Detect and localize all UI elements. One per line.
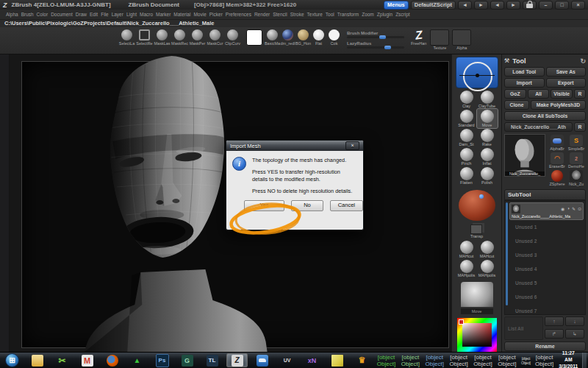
subtool-nav-button--[interactable]: ↱ [545,329,564,339]
subtool-slot-unused-4[interactable]: Unused 4 [509,262,584,276]
brush-claytube[interactable]: ClayTube [477,90,498,109]
taskbar-app-start[interactable]: ⊞ [1,353,23,367]
tray-icon-network[interactable]: [object Object] [520,356,531,365]
menu-picker[interactable]: Picker [209,12,223,17]
goz-all-button[interactable]: All [528,89,550,99]
menu-document[interactable]: Document [51,12,73,17]
next-ui-button[interactable]: ► [474,1,488,10]
recent-tool-nick-zu[interactable]: Nick_Zu [567,169,586,187]
brush-rake[interactable]: Rake [477,128,498,147]
load-tool-button[interactable]: Load Tool [504,67,545,77]
current-color-swatch[interactable] [246,29,262,46]
taskbar-clock[interactable]: 11:27 AM 3/3/2011 [558,350,579,368]
recent-tool-eraserbr[interactable]: ◠ EraserBr [548,152,567,169]
minimize-button[interactable]: – [539,1,553,10]
slider-thumb[interactable] [384,46,391,49]
brush-mahpolis[interactable]: MAHpolis [456,259,477,278]
goz-r-button[interactable]: R [574,89,586,99]
material-swatch-cok[interactable]: Cok [327,29,341,46]
menu-texture[interactable]: Texture [307,12,323,17]
taskbar-app-photoshop[interactable]: Ps [151,353,173,367]
subtool-nav-button--[interactable]: ↳ [565,329,584,339]
brush-standard[interactable]: Standard [456,109,477,128]
dialog-close-button[interactable]: × [345,141,359,150]
cancel-button[interactable]: Cancel [330,200,363,211]
rename-button[interactable]: Rename [504,342,586,351]
recent-tool-zsphere[interactable]: ZSphere [548,169,567,187]
menu-marker[interactable]: Marker [156,12,171,17]
subtool-slot-unused-6[interactable]: Unused 6 [509,290,584,304]
menu-zplugin[interactable]: Zplugin [377,12,392,17]
subtool-item-icon--[interactable]: ◉ [561,206,564,211]
shelf-tool-maskper[interactable]: MaskPer [190,29,205,46]
menu-tool[interactable]: Tool [326,12,334,17]
tray-icon-camera[interactable]: [object Object] [400,354,421,367]
list-all-button[interactable]: List All [504,316,543,340]
taskbar-app-gmail[interactable]: M [76,353,98,367]
recent-tool-simplebr[interactable]: S SimpleBr [567,134,586,152]
subtool-slot-unused-2[interactable]: Unused 2 [509,234,584,248]
brush-mahpolis[interactable]: MAHpolis [477,259,498,278]
taskbar-app-notes[interactable] [326,353,348,367]
tray-icon-globe[interactable]: [object Object] [424,354,445,367]
tray-icon-diamond[interactable]: [object Object] [473,354,494,367]
material-swatch-basicma[interactable]: BasicMa [265,29,279,46]
menu-render[interactable]: Render [254,12,270,17]
brush-inflat[interactable]: Inflat [477,147,498,166]
no-button[interactable]: No [291,200,323,211]
document-canvas[interactable]: Import Mesh × i The topology of the mesh… [10,54,451,352]
save-as-button[interactable]: Save As [546,67,587,77]
taskbar-app-topogun[interactable]: TL [201,353,223,367]
taskbar-app-xnormal[interactable]: xN [301,353,323,367]
subtool-active-item[interactable]: ◉◑✎⊙ Nick_Zuccarello____Athletic_Ma [509,202,584,220]
recent-tool-alphabr[interactable]: AlphaBr [548,134,567,152]
show-desktop-button[interactable] [582,353,587,368]
menu-stencil[interactable]: Stencil [273,12,287,17]
menu-transform[interactable]: Transform [337,12,359,17]
menu-file[interactable]: File [101,12,108,17]
menu-edit[interactable]: Edit [90,12,98,17]
texture-selector[interactable]: Texture [430,29,449,50]
material-thumb[interactable] [461,282,493,307]
clone-all-subtools-button[interactable]: Clone All SubTools [504,111,586,121]
subtool-scrollbar[interactable] [506,202,508,305]
make-polymesh3d-button[interactable]: Make PolyMesh3D [531,100,586,110]
brush-dam-st[interactable]: Dam_St [456,128,477,147]
menu-color[interactable]: Color [37,12,49,17]
lazy-radius-slider[interactable] [347,46,404,49]
taskbar-app-g-app[interactable]: G [176,353,198,367]
lock-button[interactable] [523,1,537,10]
subtool-item-icon--[interactable]: ◑ [567,206,570,211]
menu-preferences[interactable]: Preferences [226,12,251,17]
brush-flatten[interactable]: Flatten [456,166,477,185]
left-tray[interactable] [0,54,10,352]
yes-button[interactable]: Yes [244,200,284,211]
shelf-tool-maskrec[interactable]: MaskRec [172,29,187,46]
restore-button[interactable]: □ [555,1,569,10]
menu-stroke[interactable]: Stroke [290,12,304,17]
tray-icon-speaker[interactable]: [object Object] [534,354,555,367]
subtool-slot-unused-5[interactable]: Unused 5 [509,276,584,290]
menus-toggle-button[interactable]: Menus [384,1,409,10]
shelf-tool-selectre[interactable]: SelectRe [137,29,152,46]
slider-thumb[interactable] [379,35,386,39]
menu-zoom[interactable]: Zoom [362,12,374,17]
taskbar-app-car[interactable] [251,353,273,367]
menu-macro[interactable]: Macro [140,12,153,17]
prev-doc-button[interactable]: ◄ [490,1,504,10]
clone-button[interactable]: Clone [504,100,529,110]
taskbar-app-explorer[interactable] [26,353,48,367]
subtool-slot-unused-7[interactable]: Unused 7 [509,304,584,318]
shelf-tool-clipcurv[interactable]: ClipCurv [225,29,240,46]
next-doc-button[interactable]: ► [506,1,520,10]
shelf-tool-maskcur[interactable]: MaskCur [207,29,223,46]
color-picker[interactable] [457,318,497,352]
brush-modifier-slider[interactable] [347,36,404,38]
active-tool-slider[interactable]: Nick_Zuccarello___Ath [504,122,573,132]
material-swatch-bg-hon[interactable]: BG_Hon [296,29,310,46]
material-swatch-dm-redl[interactable]: dm_redl [281,29,295,46]
taskbar-app-uv[interactable]: UV [276,353,298,367]
current-material-redwax[interactable] [459,190,495,221]
export-button[interactable]: Export [546,78,587,88]
brush-mahcut[interactable]: MAHcut [456,240,477,259]
